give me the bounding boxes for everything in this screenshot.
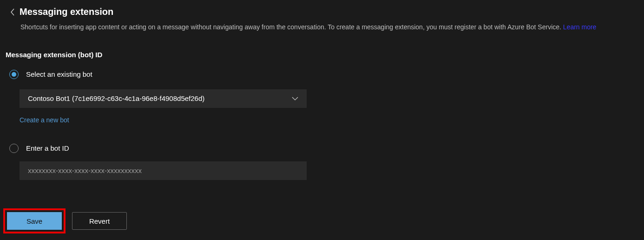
radio-existing-bot[interactable] xyxy=(9,70,19,79)
page-title: Messaging extension xyxy=(20,7,113,17)
learn-more-link[interactable]: Learn more xyxy=(563,23,597,31)
dropdown-selected-value: Contoso Bot1 (7c1e6992-c63c-4c1a-96e8-f4… xyxy=(28,94,204,102)
existing-bot-dropdown[interactable]: Contoso Bot1 (7c1e6992-c63c-4c1a-96e8-f4… xyxy=(20,89,307,108)
page-description: Shortcuts for inserting app content or a… xyxy=(0,23,644,32)
save-button-highlight: Save xyxy=(3,208,66,233)
radio-existing-bot-label: Select an existing bot xyxy=(26,70,92,78)
section-label: Messaging extension (bot) ID xyxy=(0,51,644,59)
save-button[interactable]: Save xyxy=(7,212,62,230)
create-new-bot-link[interactable]: Create a new bot xyxy=(20,116,69,124)
radio-enter-bot-id[interactable] xyxy=(9,144,19,153)
bot-id-input[interactable] xyxy=(20,161,307,180)
revert-button[interactable]: Revert xyxy=(72,212,127,230)
back-icon[interactable] xyxy=(10,8,15,16)
radio-enter-bot-id-label: Enter a bot ID xyxy=(26,144,69,152)
chevron-down-icon xyxy=(292,97,298,100)
description-text: Shortcuts for inserting app content or a… xyxy=(20,23,561,31)
